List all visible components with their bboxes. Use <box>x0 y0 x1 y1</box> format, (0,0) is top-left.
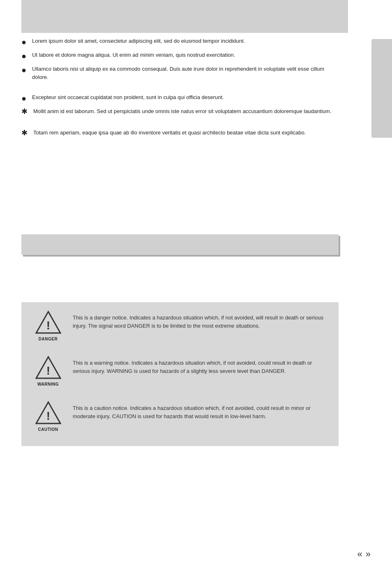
safety-box: ! DANGER This is a danger notice. Indica… <box>21 302 339 446</box>
list-item-text: Lorem ipsum dolor sit amet, consectetur … <box>32 37 342 45</box>
warning-item: ! WARNING This is a warning notice. Indi… <box>32 356 328 386</box>
asterisk-icon: ✱ <box>21 129 28 138</box>
list-item-text: Excepteur sint occaecat cupidatat non pr… <box>32 93 342 102</box>
bullet-icon: ● <box>21 65 26 75</box>
caution-item: ! CAUTION This is a caution notice. Indi… <box>32 401 328 432</box>
svg-text:!: ! <box>46 364 50 377</box>
bullet-list-section: ● Lorem ipsum dolor sit amet, consectetu… <box>21 37 342 141</box>
list-item-text: Mollit anim id est laborum. Sed ut persp… <box>33 107 342 116</box>
next-page-button[interactable]: » <box>366 549 371 560</box>
caution-triangle-icon: ! <box>35 401 62 425</box>
bottom-content-area <box>21 471 339 553</box>
list-item: ✱ Mollit anim id est laborum. Sed ut per… <box>21 107 342 116</box>
danger-item: ! DANGER This is a danger notice. Indica… <box>32 310 328 341</box>
danger-label: DANGER <box>39 337 58 341</box>
caution-icon-block: ! CAUTION <box>32 401 65 432</box>
prev-page-button[interactable]: « <box>357 549 362 560</box>
caution-text: This is a caution notice. Indicates a ha… <box>73 401 328 420</box>
list-item: ● Lorem ipsum dolor sit amet, consectetu… <box>21 37 342 47</box>
danger-triangle-icon: ! <box>35 310 62 334</box>
svg-text:!: ! <box>46 319 50 332</box>
list-item-text: Ullamco laboris nisi ut aliquip ex ea co… <box>32 65 342 81</box>
warning-triangle-icon: ! <box>35 356 62 379</box>
warning-label: WARNING <box>37 382 59 386</box>
bullet-icon: ● <box>21 93 26 103</box>
svg-text:!: ! <box>46 409 50 422</box>
right-sidebar-tab <box>371 39 392 138</box>
warning-text: This is a warning notice. Indicates a ha… <box>73 356 328 375</box>
bullet-icon: ● <box>21 51 26 61</box>
warning-icon-block: ! WARNING <box>32 356 65 386</box>
list-item-text: Ut labore et dolore magna aliqua. Ut eni… <box>32 51 342 59</box>
danger-icon-block: ! DANGER <box>32 310 65 341</box>
list-item: ✱ Totam rem aperiam, eaque ipsa quae ab … <box>21 129 342 138</box>
list-item: ● Ullamco laboris nisi ut aliquip ex ea … <box>21 65 342 81</box>
list-item: ● Ut labore et dolore magna aliqua. Ut e… <box>21 51 342 61</box>
bullet-icon: ● <box>21 37 26 47</box>
list-item-text: Totam rem aperiam, eaque ipsa quae ab il… <box>33 129 342 137</box>
top-header-bar <box>21 0 348 33</box>
section-divider-bar <box>21 234 339 255</box>
page-container: ● Lorem ipsum dolor sit amet, consectetu… <box>0 0 392 576</box>
danger-text: This is a danger notice. Indicates a haz… <box>73 310 328 330</box>
asterisk-icon: ✱ <box>21 107 28 116</box>
list-item: ● Excepteur sint occaecat cupidatat non … <box>21 93 342 103</box>
caution-label: CAUTION <box>38 427 58 432</box>
nav-arrows: « » <box>357 549 371 560</box>
